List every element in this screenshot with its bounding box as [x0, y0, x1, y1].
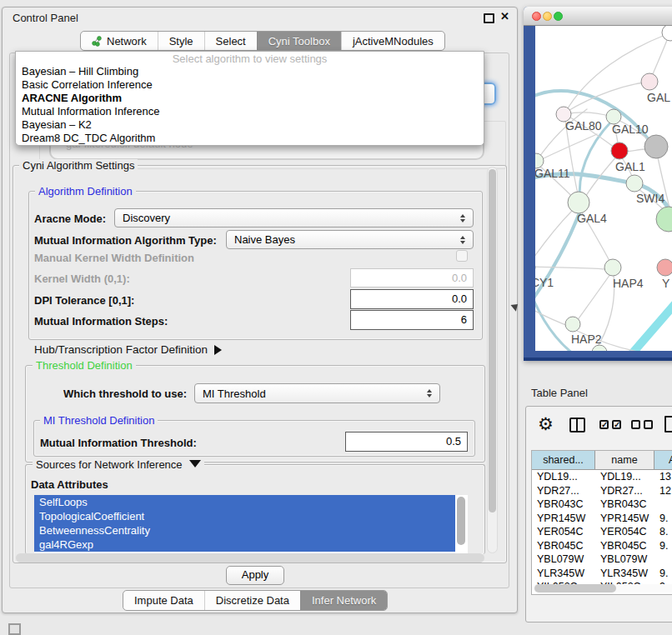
combo-stepper-icon [456, 214, 473, 222]
table-row[interactable]: YDL19...YDL19...13 [532, 470, 672, 484]
network-node-gal[interactable] [641, 73, 658, 90]
tab-jactivemnodules[interactable]: jActiveMNodules [341, 32, 444, 50]
table-cell: 8. [654, 525, 672, 539]
node-label-gal1: GAL1 [615, 160, 645, 173]
mi-algorithm-type-label: Mutual Information Algorithm Type: [34, 234, 217, 247]
network-node-gal1[interactable] [611, 142, 628, 159]
mi-threshold-field[interactable]: 0.5 [345, 432, 468, 452]
tab-infer-network[interactable]: Infer Network [300, 591, 387, 610]
kernel-width-field[interactable]: 0.0 [350, 268, 474, 288]
settings-horizontal-scrollbar[interactable] [16, 553, 484, 562]
sources-group-toggle[interactable]: Sources for Network Inference [33, 458, 204, 471]
algorithm-dropdown-prompt: Select algorithm to view settings [16, 52, 484, 65]
table-horizontal-scrollbar[interactable] [533, 584, 672, 592]
network-node[interactable] [644, 135, 668, 158]
tab-impute-data[interactable]: Impute Data [123, 591, 204, 610]
network-node-swi4[interactable] [626, 175, 643, 192]
float-window-icon[interactable] [484, 13, 494, 23]
network-node-hap4[interactable] [604, 259, 621, 276]
table-row[interactable]: YBR043CYBR043C [532, 498, 672, 512]
close-window-icon[interactable]: ✕ [500, 10, 509, 22]
table-row[interactable]: YLR345WYLR345W9. [532, 567, 672, 581]
close-traffic-light-icon[interactable] [532, 12, 541, 21]
minimize-traffic-light-icon[interactable] [543, 12, 552, 21]
apply-button[interactable]: Apply [226, 566, 284, 585]
which-threshold-combo[interactable]: MI Threshold [194, 383, 440, 403]
algorithm-option-mutual-information-inference[interactable]: Mutual Information Inference [16, 105, 484, 118]
sources-group-title: Sources for Network Inference [36, 458, 183, 471]
threshold-definition-title: Threshold Definition [33, 359, 136, 372]
mi-algorithm-type-combo[interactable]: Naive Bayes [226, 230, 474, 249]
gear-icon[interactable]: ⚙ [538, 415, 554, 433]
network-edge[interactable] [565, 82, 649, 112]
settings-vertical-scrollbar[interactable] [487, 167, 498, 553]
tab-label: Style [169, 35, 193, 48]
network-edge[interactable] [579, 121, 612, 201]
table-row[interactable]: YPR145WYPR145W9. [532, 512, 672, 526]
table-row[interactable]: YBR045CYBR045C9. [532, 539, 672, 553]
tab-select[interactable]: Select [204, 32, 257, 50]
attribute-item-betweennesscentrality[interactable]: BetweennessCentrality [34, 523, 455, 538]
network-node-y[interactable] [657, 259, 672, 276]
tab-network[interactable]: Network [81, 32, 158, 50]
attribute-item-topologicalcoefficient[interactable]: TopologicalCoefficient [34, 509, 455, 523]
network-window-titlebar[interactable] [524, 7, 672, 26]
network-node[interactable] [662, 26, 672, 41]
page-icon[interactable] [664, 416, 672, 432]
network-node[interactable] [592, 345, 607, 351]
tab-cyni-toolbox[interactable]: Cyni Toolbox [257, 32, 341, 50]
node-label-swi4: SWI4 [636, 192, 664, 205]
table-header-row: shared...nameA [532, 451, 672, 470]
attributes-list-scrollbar[interactable] [457, 497, 465, 545]
tab-discretize-data[interactable]: Discretize Data [204, 591, 300, 610]
scrollbar-thumb[interactable] [534, 584, 616, 592]
node-label-gal80: GAL80 [565, 119, 602, 132]
mi-steps-label: Mutual Information Steps: [34, 315, 168, 328]
tab-style[interactable]: Style [158, 32, 204, 50]
tab-label: jActiveMNodules [353, 35, 434, 48]
network-edge[interactable] [629, 296, 672, 351]
deselect-all-checkbox-icon[interactable] [631, 420, 640, 429]
algorithm-option-bayesian-hill-climbing[interactable]: Bayesian – Hill Climbing [16, 65, 484, 78]
table-row[interactable]: YBL079WYBL079W [532, 552, 672, 567]
column-header-a[interactable]: A [654, 451, 672, 470]
algorithm-option-basic-correlation-inference[interactable]: Basic Correlation Inference [16, 78, 484, 92]
algorithm-option-bayesian-k2[interactable]: Bayesian – K2 [16, 118, 484, 132]
mi-threshold-label: Mutual Information Threshold: [40, 437, 197, 449]
network-edge[interactable] [577, 274, 610, 321]
dpi-tolerance-field[interactable]: 0.0 [350, 289, 474, 309]
control-panel-window: Control Panel ✕ gal-filtered.sif default… [2, 7, 518, 613]
network-node[interactable] [656, 207, 672, 232]
algorithm-option-dream8-dc-tdc-algorithm[interactable]: Dream8 DC_TDC Algorithm [16, 132, 484, 145]
table-cell: 13 [654, 470, 672, 484]
table-cell: YDL19... [595, 470, 654, 484]
hub-tf-definition-toggle[interactable]: Hub/Transcription Factor Definition [34, 343, 222, 356]
float-panel-icon[interactable] [8, 623, 21, 635]
node-label-gal10: GAL10 [612, 122, 649, 136]
column-header-shared[interactable]: shared... [532, 451, 595, 470]
network-icon [92, 36, 103, 47]
data-attributes-list[interactable]: SelfLoopsTopologicalCoefficientBetweenne… [34, 495, 468, 553]
select-all-checkbox-icon[interactable]: ✓ [612, 420, 621, 429]
table-row[interactable]: YDR27...YDR27...12 [532, 484, 672, 498]
manual-kernel-width-checkbox[interactable] [456, 250, 468, 262]
network-node-gal4[interactable] [568, 192, 589, 213]
algorithm-option-aracne-algorithm[interactable]: ARACNE Algorithm [16, 92, 484, 105]
table-cell: YPR145W [532, 512, 595, 526]
network-canvas[interactable]: GALGAL80GAL10GAL1GAL11SWI4GAL4GCY1HAP4YH… [535, 26, 672, 351]
attribute-item-selfloops[interactable]: SelfLoops [34, 495, 455, 509]
zoom-traffic-light-icon[interactable] [554, 12, 563, 21]
columns-icon[interactable] [569, 418, 585, 432]
scrollbar-thumb[interactable] [489, 169, 496, 512]
table-row[interactable]: YER054CYER054C8. [532, 525, 672, 539]
select-all-checkbox-icon[interactable]: ✓ [599, 420, 609, 429]
attribute-item-gal4rgexp[interactable]: gal4RGexp [34, 538, 455, 552]
deselect-all-checkbox-icon[interactable] [644, 420, 653, 429]
mi-steps-field[interactable]: 6 [350, 310, 474, 330]
table-cell: YDL19... [532, 470, 595, 484]
network-edge[interactable] [565, 112, 612, 117]
column-header-name[interactable]: name [595, 451, 654, 470]
aracne-mode-combo[interactable]: Discovery [114, 208, 474, 228]
network-node-hap2[interactable] [565, 317, 580, 332]
network-edge[interactable] [535, 267, 607, 269]
